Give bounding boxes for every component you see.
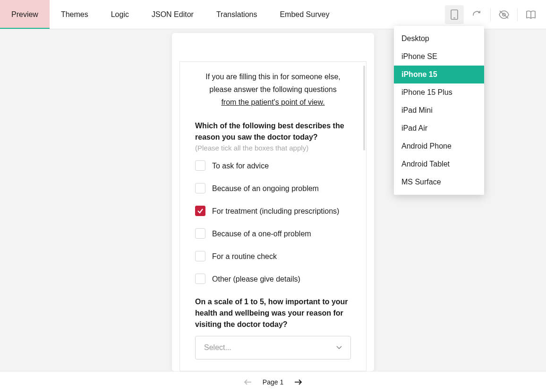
survey-viewport: If you are filling this in for someone e… (179, 61, 367, 371)
page-indicator: Page 1 (263, 378, 283, 386)
tab-strip: Preview Themes Logic JSON Editor Transla… (0, 0, 341, 29)
device-option-ipad-mini[interactable]: iPad Mini (394, 101, 484, 119)
checkbox-unchecked[interactable] (195, 251, 205, 261)
eye-off-icon (498, 10, 510, 19)
orientation-button[interactable] (468, 5, 486, 24)
device-frame: If you are filling this in for someone e… (172, 33, 374, 371)
checkbox-unchecked[interactable] (195, 183, 205, 193)
book-icon (526, 10, 536, 19)
device-option-android-phone[interactable]: Android Phone (394, 137, 484, 155)
q2-select[interactable]: Select... (195, 336, 351, 359)
choice-label: Other (please give details) (212, 274, 300, 285)
q1-choice-1[interactable]: Because of an ongoing problem (195, 183, 351, 194)
pager-bar: Page 1 (0, 371, 546, 392)
choice-label: For treatment (including prescriptions) (212, 206, 339, 217)
tab-embed-survey[interactable]: Embed Survey (268, 0, 341, 29)
q2-title: On a scale of 1 to 5, how important to y… (195, 296, 351, 330)
checkbox-unchecked[interactable] (195, 228, 205, 239)
choice-label: To ask for advice (212, 160, 269, 172)
intro-text: If you are filling this in for someone e… (205, 73, 340, 81)
caret-down-icon (336, 346, 342, 350)
select-placeholder: Select... (204, 343, 231, 352)
q1-title: Which of the following best describes th… (195, 120, 351, 143)
checkbox-unchecked[interactable] (195, 160, 205, 171)
choice-label: For a routine check (212, 251, 277, 262)
device-option-desktop[interactable]: Desktop (394, 30, 484, 48)
toolbar-separator (490, 8, 491, 21)
toolbar-separator (517, 8, 518, 21)
device-option-iphone-se[interactable]: iPhone SE (394, 48, 484, 66)
mobile-device-icon (451, 9, 458, 20)
intro-text: please answer the following questions (209, 85, 337, 93)
rotate-icon (472, 10, 482, 19)
intro-text-underlined: from the patient's point of view. (221, 98, 324, 106)
tab-json-editor[interactable]: JSON Editor (140, 0, 205, 29)
checkbox-checked[interactable] (195, 206, 205, 216)
top-toolbar: Preview Themes Logic JSON Editor Transla… (0, 0, 546, 29)
q1-choice-5[interactable]: Other (please give details) (195, 274, 351, 285)
q1-choice-2[interactable]: For treatment (including prescriptions) (195, 206, 351, 217)
survey-intro: If you are filling this in for someone e… (195, 70, 351, 109)
choice-label: Because of a one-off problem (212, 228, 311, 240)
tab-translations[interactable]: Translations (205, 0, 269, 29)
q1-choice-3[interactable]: Because of a one-off problem (195, 228, 351, 240)
arrow-left-icon (244, 379, 252, 385)
device-option-iphone-15-plus[interactable]: iPhone 15 Plus (394, 83, 484, 101)
scrollbar-thumb[interactable] (363, 66, 365, 150)
tab-logic[interactable]: Logic (100, 0, 140, 29)
prev-page-button[interactable] (244, 379, 252, 385)
device-option-ms-surface[interactable]: MS Surface (394, 173, 484, 191)
device-selector-button[interactable] (445, 5, 464, 24)
toolbar-right (443, 0, 546, 29)
tab-themes[interactable]: Themes (50, 0, 100, 29)
device-dropdown-menu: Desktop iPhone SE iPhone 15 iPhone 15 Pl… (394, 26, 484, 195)
book-button[interactable] (521, 5, 540, 24)
arrow-right-icon (294, 379, 302, 385)
next-page-button[interactable] (294, 379, 302, 385)
choice-label: Because of an ongoing problem (212, 183, 319, 194)
device-option-ipad-air[interactable]: iPad Air (394, 119, 484, 137)
device-option-iphone-15[interactable]: iPhone 15 (394, 66, 484, 83)
device-option-android-tablet[interactable]: Android Tablet (394, 155, 484, 173)
tab-preview[interactable]: Preview (0, 0, 50, 29)
q1-choice-4[interactable]: For a routine check (195, 251, 351, 262)
checkbox-unchecked[interactable] (195, 274, 205, 284)
q1-choice-0[interactable]: To ask for advice (195, 160, 351, 172)
q1-hint: (Please tick all the boxes that apply) (195, 144, 351, 152)
visibility-toggle-button[interactable] (495, 5, 513, 24)
